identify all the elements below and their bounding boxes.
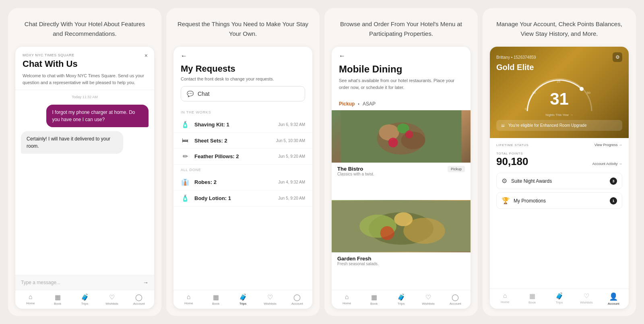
home-icon: ⌂ xyxy=(29,293,33,301)
account-name-row: Brittany • 1526374859 ⚙ xyxy=(496,52,622,62)
nav-trips[interactable]: 🧳 Trips xyxy=(71,293,98,305)
order-type-active[interactable]: Pickup xyxy=(339,101,355,107)
chat-btn-icon: 💬 xyxy=(187,91,194,97)
gold-card: Brittany • 1526374859 ⚙ Gold Elite xyxy=(490,47,629,138)
pillows-date: Jun 5, 9:20 AM xyxy=(278,154,305,159)
chat-button[interactable]: 💬 Chat xyxy=(181,86,305,101)
suite-award-label: Suite Night Awards xyxy=(511,178,552,184)
requests-header: ← My Requests Contact the front desk to … xyxy=(173,47,312,110)
member-name: Brittany • 1526374859 xyxy=(496,55,536,60)
nav-home[interactable]: ⌂ Home xyxy=(17,293,44,305)
back-arrow-icon[interactable]: ← xyxy=(181,52,305,60)
requests-nav-home[interactable]: ⌂ Home xyxy=(175,293,202,305)
svg-text:0: 0 xyxy=(525,107,527,111)
hotel-name: MOXY NYC TIMES SQUARE xyxy=(23,53,147,57)
din-nav-account: Account xyxy=(450,302,461,305)
restaurant-card-bistro: The Bistro Classics with a twist. Pickup xyxy=(332,110,471,200)
acc-home-icon: ⌂ xyxy=(503,292,507,299)
account-icon: ◯ xyxy=(135,293,142,301)
din-account-icon: ◯ xyxy=(452,293,459,301)
total-points-value: 90,180 xyxy=(496,155,528,168)
acc-nav-account[interactable]: 👤 Account xyxy=(600,292,627,305)
acc-nav-home[interactable]: ⌂ Home xyxy=(491,292,518,305)
nav-account[interactable]: ◯ Account xyxy=(126,293,153,305)
upgrade-icon: 🛎 xyxy=(501,123,505,128)
request-item-lotion: 🧴 Body Lotion: 1 Jun 5, 9:20 AM xyxy=(173,190,312,206)
my-promotions[interactable]: 🏆 My Promotions 1 xyxy=(496,192,622,209)
chat-title: Chat With Us xyxy=(23,59,147,69)
settings-button[interactable]: ⚙ xyxy=(613,52,622,62)
suite-night-awards[interactable]: ⚙ Suite Night Awards 3 xyxy=(496,173,622,189)
dining-scroll: The Bistro Classics with a twist. Pickup xyxy=(332,110,471,290)
chat-subtitle: Welcome to chat with Moxy NYC Times Squa… xyxy=(23,72,147,86)
acc-book-icon: ▦ xyxy=(529,292,535,300)
dining-nav-wishlists[interactable]: ♡ Wishlists xyxy=(415,293,442,305)
tier-title: Gold Elite xyxy=(496,63,622,72)
requests-nav-account[interactable]: ◯ Account xyxy=(284,293,311,305)
bistro-name: The Bistro xyxy=(337,166,374,172)
promotions-label: My Promotions xyxy=(514,198,546,204)
wishlists-icon: ♡ xyxy=(109,293,115,301)
chat-header: × MOXY NYC TIMES SQUARE Chat With Us Wel… xyxy=(15,47,154,90)
bistro-desc: Classics with a twist. xyxy=(337,172,374,176)
din-trips-icon: 🧳 xyxy=(397,293,405,301)
dining-nav-account[interactable]: ◯ Account xyxy=(442,293,469,305)
request-item-sheets: 🛏 Sheet Sets: 2 Jun 5, 10:30 AM xyxy=(173,133,312,149)
requests-nav-wishlists[interactable]: ♡ Wishlists xyxy=(256,293,283,305)
dining-nav-home[interactable]: ⌂ Home xyxy=(333,293,360,305)
account-body: LIFETIME STATUS View Progress → TOTAL PO… xyxy=(490,138,629,289)
shaving-kit-date: Jun 6, 9:32 AM xyxy=(278,122,305,127)
nav-book[interactable]: ▦ Book xyxy=(44,293,71,305)
upgrade-banner[interactable]: 🛎 You're eligible for Enhanced Room Upgr… xyxy=(496,120,622,131)
promotions-badge: 1 xyxy=(610,197,617,204)
acc-wishlists-icon: ♡ xyxy=(584,292,589,300)
lotion-icon: 🧴 xyxy=(181,194,190,202)
garden-name: Garden Fresh xyxy=(337,256,379,262)
dining-nav-trips[interactable]: 🧳 Trips xyxy=(388,293,415,305)
acc-nav-book[interactable]: ▦ Book xyxy=(518,292,545,305)
shaving-kit-icon: 🧴 xyxy=(181,121,190,128)
chat-input-bar[interactable]: Type a message... → xyxy=(15,275,154,290)
account-phone-mockup: Brittany • 1526374859 ⚙ Gold Elite xyxy=(490,47,629,309)
lotion-date: Jun 5, 9:20 AM xyxy=(278,196,305,200)
acc-nav-wishlists[interactable]: ♡ Wishlists xyxy=(573,292,600,305)
panels-container: Chat Directly With Your Hotel About Feat… xyxy=(0,0,644,324)
svg-text:50: 50 xyxy=(587,91,590,95)
req-nav-trips: Trips xyxy=(239,302,246,305)
acc-nav-trips[interactable]: 🧳 Trips xyxy=(546,292,573,305)
order-type-asap[interactable]: ASAP xyxy=(363,101,376,107)
chat-bottom-nav: ⌂ Home ▦ Book 🧳 Trips ♡ Wishlists ◯ A xyxy=(15,290,154,309)
suite-award-badge: 3 xyxy=(610,177,617,185)
lotion-name: Body Lotion: 1 xyxy=(194,195,273,201)
send-arrow-icon[interactable]: → xyxy=(143,279,149,286)
requests-nav-book[interactable]: ▦ Book xyxy=(202,293,229,305)
chat-messages: Today 11:32 AM I forgot my phone charger… xyxy=(15,90,154,275)
dining-back-arrow[interactable]: ← xyxy=(339,52,463,60)
acc-nav-account-label: Account xyxy=(608,302,619,305)
req-nav-book: Book xyxy=(212,302,219,305)
bistro-info: The Bistro Classics with a twist. Pickup xyxy=(332,163,471,180)
requests-panel: Request the Things You Need to Make Your… xyxy=(166,8,320,316)
garden-info: Garden Fresh Fresh seasonal salads. xyxy=(332,252,471,269)
din-nav-wishlists: Wishlists xyxy=(422,302,435,305)
robes-date: Jun 4, 9:32 AM xyxy=(278,180,305,184)
chat-panel-header: Chat Directly With Your Hotel About Feat… xyxy=(8,8,161,47)
sheets-date: Jun 5, 10:30 AM xyxy=(276,138,305,143)
nav-trips-label: Trips xyxy=(81,302,88,305)
requests-nav-trips[interactable]: 🧳 Trips xyxy=(229,293,256,305)
received-bubble: Certainly! I will have it delivered to y… xyxy=(21,131,123,154)
account-activity[interactable]: Account Activity → xyxy=(592,162,622,166)
req-account-icon: ◯ xyxy=(293,293,301,301)
din-book-icon: ▦ xyxy=(371,293,377,301)
bistro-badge: Pickup xyxy=(448,166,465,172)
din-nav-trips: Trips xyxy=(398,302,405,305)
dining-panel-header: Browse and Order From Your Hotel's Menu … xyxy=(324,8,478,47)
view-progress[interactable]: View Progress → xyxy=(594,143,622,147)
nav-wishlists[interactable]: ♡ Wishlists xyxy=(98,293,125,305)
close-icon[interactable]: × xyxy=(144,52,148,59)
svg-text:10: 10 xyxy=(532,91,536,95)
dining-nav-book[interactable]: ▦ Book xyxy=(360,293,387,305)
sheets-name: Sheet Sets: 2 xyxy=(194,138,271,144)
dining-header: ← Mobile Dining See what's available fro… xyxy=(332,47,471,98)
book-icon: ▦ xyxy=(55,293,61,301)
